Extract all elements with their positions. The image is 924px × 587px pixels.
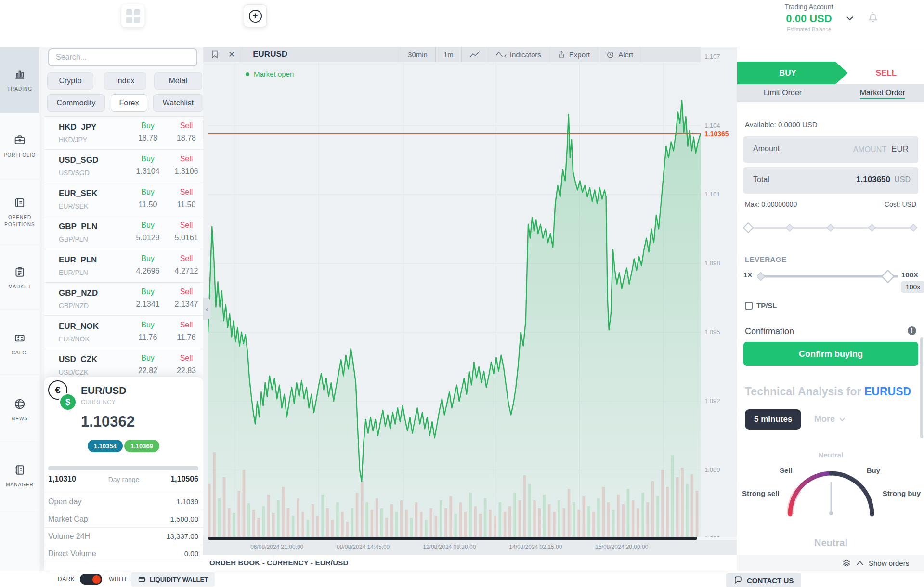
gauge-label-sell: Sell [780, 466, 793, 474]
sell-button[interactable]: Sell [170, 354, 202, 363]
buy-button[interactable]: Buy [129, 287, 167, 296]
sell-button[interactable]: Sell [170, 321, 202, 329]
contact-us-button[interactable]: CONTACT US [726, 573, 801, 587]
stat-row: Market Cap1,500.00 [44, 510, 203, 528]
news-globe-icon [13, 397, 26, 411]
filter-chip-watchlist[interactable]: Watchlist [153, 94, 203, 112]
buy-button[interactable]: Buy [129, 188, 167, 196]
sell-button[interactable]: Sell [170, 121, 202, 130]
buy-button[interactable]: Buy [129, 254, 167, 263]
buy-button[interactable]: Buy [129, 354, 167, 363]
leverage-label: LEVERAGE [745, 255, 787, 263]
filter-chip-metal[interactable]: Metal [154, 72, 202, 90]
amount-field[interactable]: Amount EUR [743, 136, 918, 163]
sidebar-item-calc[interactable]: CALC. [0, 311, 39, 377]
dark-theme-label: DARK [58, 576, 75, 583]
instrument-row-hkdjpy[interactable]: HKD_JPYHKD/JPY Buy18.78 Sell18.78 [44, 117, 203, 150]
instrument-row-usdsgd[interactable]: USD_SGDUSD/SGD Buy1.3104 Sell1.3106 [44, 150, 203, 183]
info-icon[interactable]: i [908, 326, 916, 335]
instrument-row-gbpnzd[interactable]: GBP_NZDGBP/NZD Buy2.1341 Sell2.1347 [44, 283, 203, 316]
liquidity-wallet-button[interactable]: LIQUIDITY WALLET [131, 572, 215, 587]
buy-button[interactable]: Buy [129, 155, 167, 163]
pair-price: 1.10362 [81, 413, 135, 430]
opened-positions-book-icon [13, 196, 26, 209]
tab-sell[interactable]: SELL [848, 62, 924, 84]
sell-button[interactable]: Sell [170, 254, 202, 263]
timeframe-30min-button[interactable]: 30min [400, 47, 435, 62]
buy-button[interactable]: Buy [129, 321, 167, 329]
timeframe-5min-button[interactable]: 5 minutes [745, 409, 801, 430]
sidebar-item-portfolio[interactable]: PORTFOLIO [0, 113, 39, 179]
sidebar-item-manager[interactable]: MANAGER [0, 443, 39, 509]
total-currency: USD [894, 175, 911, 184]
chart-type-line-icon[interactable] [462, 47, 488, 62]
price-axis: 1.1071.1041.1011.0981.0951.0921.0891.086… [701, 47, 737, 537]
account-chevron-down-icon[interactable] [845, 13, 855, 23]
wave-icon [496, 52, 507, 57]
filter-chip-crypto[interactable]: Crypto [47, 72, 93, 90]
amount-input[interactable] [805, 136, 886, 163]
manager-notebook-icon [13, 463, 26, 477]
pair-stats: Open day1.1039 Market Cap1,500.00 Volume… [44, 493, 203, 562]
export-icon [557, 50, 566, 59]
sidebar-item-trading[interactable]: TRADING [0, 47, 39, 113]
sell-button[interactable]: Sell [170, 221, 202, 230]
sidebar-item-news[interactable]: NEWS [0, 377, 39, 443]
alert-clock-icon [606, 50, 615, 59]
add-widget-button[interactable]: + [244, 4, 267, 27]
limit-order-link[interactable]: Limit Order [764, 89, 802, 97]
collapse-panel-handle[interactable]: ‹ [203, 298, 210, 320]
layout-grid-button[interactable] [121, 4, 144, 27]
sell-button[interactable]: Sell [170, 155, 202, 163]
order-book-header[interactable]: ORDER BOOK - CURRENCY - EUR/USD [203, 555, 737, 571]
bookmark-icon[interactable] [203, 47, 224, 62]
leverage-slider[interactable] [757, 268, 901, 285]
confirm-buying-button[interactable]: Confirm buying [743, 342, 918, 366]
y-axis-tick: 1.089 [704, 466, 720, 473]
leverage-max: 100X [901, 271, 918, 279]
amount-slider[interactable] [743, 218, 918, 237]
y-axis-tick: 1.098 [704, 260, 720, 267]
show-orders-button[interactable]: Show orders [842, 558, 909, 568]
notifications-bell-icon[interactable] [866, 10, 880, 24]
sell-button[interactable]: Sell [170, 188, 202, 196]
grid-icon [126, 9, 140, 23]
buy-button[interactable]: Buy [129, 121, 167, 130]
x-axis-tick: 12/08/2024 08:30:00 [423, 544, 476, 550]
technical-analysis-title: Technical Analysis for EURUSD [745, 385, 911, 398]
filter-chip-index[interactable]: Index [104, 72, 146, 90]
order-panel: BUY SELL Limit Order Market Order Availa… [737, 47, 924, 555]
instrument-row-eurpln[interactable]: EUR_PLNEUR/PLN Buy4.2696 Sell4.2712 [44, 249, 203, 283]
y-axis-tick: 1.107 [704, 53, 720, 60]
filter-chip-commodity[interactable]: Commodity [47, 94, 105, 112]
export-button[interactable]: Export [549, 47, 598, 62]
portfolio-briefcase-icon [13, 133, 26, 147]
alert-button[interactable]: Alert [598, 47, 641, 62]
gauge-label-strong-buy: Strong buy [883, 489, 921, 497]
market-order-link[interactable]: Market Order [860, 89, 905, 99]
sell-button[interactable]: Sell [170, 287, 202, 296]
instrument-row-eurnok[interactable]: EUR_NOKEUR/NOK Buy11.76 Sell11.76 [44, 316, 203, 349]
indicators-button[interactable]: Indicators [488, 47, 549, 62]
tpsl-checkbox[interactable]: TP/SL [745, 301, 777, 310]
instrument-row-eursek[interactable]: EUR_SEKEUR/SEK Buy11.50 Sell11.50 [44, 183, 203, 216]
timeframe-1m-button[interactable]: 1m [436, 47, 461, 62]
top-bar: + Trading Account 0.00 USD Estimated Bal… [0, 0, 924, 47]
day-range-bar [48, 466, 198, 470]
close-chart-icon[interactable]: ✕ [224, 47, 242, 62]
bottom-bar: DARK WHITE LIQUIDITY WALLET CONTACT US S… [0, 571, 924, 587]
filter-chip-forex[interactable]: Forex [111, 94, 147, 112]
theme-toggle[interactable] [80, 574, 102, 585]
wallet-icon [138, 575, 146, 584]
available-balance: Available: 0.0000 USD [745, 120, 818, 129]
tab-buy[interactable]: BUY [737, 62, 848, 84]
order-panel-scrollbar[interactable] [920, 337, 923, 438]
buy-button[interactable]: Buy [129, 221, 167, 230]
instrument-detail-card: € $ EUR/USD CURRENCY 1.10362 1.10354 1.1… [44, 377, 203, 571]
more-timeframes-button[interactable]: More [814, 414, 846, 424]
price-chart[interactable]: Market open [203, 62, 701, 537]
instrument-row-gbppln[interactable]: GBP_PLNGBP/PLN Buy5.0129 Sell5.0161 [44, 216, 203, 249]
search-input[interactable] [49, 49, 196, 65]
sidebar-item-opened-positions[interactable]: OPENED POSITIONS [0, 179, 39, 245]
sidebar-item-market[interactable]: MARKET [0, 245, 39, 311]
